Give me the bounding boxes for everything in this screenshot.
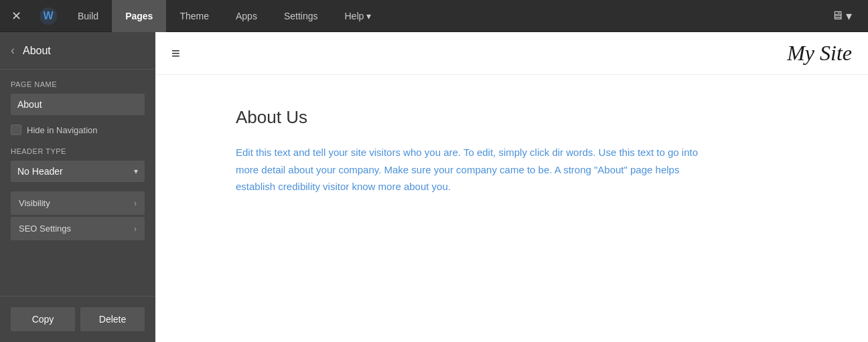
dropdown-arrow-icon: ▾ [134, 167, 138, 176]
header-type-dropdown[interactable]: No Header ▾ [11, 161, 145, 182]
sidebar-header: ‹ About [0, 32, 155, 70]
page-body-text: Edit this text and tell your site visito… [236, 144, 705, 195]
logo: W [32, 0, 64, 32]
device-icon: 🖥 [831, 9, 843, 23]
seo-arrow-icon: › [134, 224, 137, 234]
seo-settings-expand[interactable]: SEO Settings › [11, 217, 145, 241]
device-arrow: ▾ [846, 9, 852, 23]
logo-icon: W [39, 7, 58, 25]
visibility-arrow-icon: › [134, 199, 137, 208]
hamburger-icon[interactable]: ≡ [171, 45, 180, 62]
delete-button[interactable]: Delete [80, 307, 145, 331]
close-icon: ✕ [11, 9, 21, 23]
page-heading: About Us [236, 107, 788, 128]
copy-button[interactable]: Copy [11, 307, 75, 331]
page-name-input[interactable] [11, 94, 145, 115]
hide-nav-checkbox[interactable] [11, 124, 21, 135]
nav-item-help[interactable]: Help ▾ [331, 0, 384, 32]
nav-item-apps[interactable]: Apps [222, 0, 271, 32]
header-type-label: HEADER TYPE [11, 147, 145, 155]
nav-item-pages[interactable]: Pages [112, 0, 166, 32]
preview-content: About Us Edit this text and tell your si… [155, 75, 868, 342]
hide-nav-row: Hide in Navigation [11, 124, 145, 135]
nav-item-build[interactable]: Build [64, 0, 112, 32]
nav-item-theme[interactable]: Theme [166, 0, 222, 32]
sidebar-title: About [23, 45, 51, 57]
close-button[interactable]: ✕ [0, 0, 32, 32]
svg-text:W: W [43, 10, 54, 21]
sidebar-footer: Copy Delete [0, 296, 155, 342]
preview-header: ≡ My Site [155, 32, 868, 75]
seo-label: SEO Settings [19, 224, 71, 234]
site-title: My Site [787, 41, 852, 66]
visibility-label: Visibility [19, 198, 50, 208]
nav-items: Build Pages Theme Apps Settings Help ▾ [64, 0, 826, 31]
hide-nav-label: Hide in Navigation [27, 125, 98, 135]
sidebar-back-button[interactable]: ‹ [11, 44, 15, 58]
preview-area: ≡ My Site About Us Edit this text and te… [155, 32, 868, 342]
main-area: ‹ About PAGE NAME Hide in Navigation HEA… [0, 32, 868, 342]
nav-item-settings[interactable]: Settings [271, 0, 332, 32]
sidebar: ‹ About PAGE NAME Hide in Navigation HEA… [0, 32, 155, 342]
device-selector[interactable]: 🖥 ▾ [826, 6, 857, 26]
sidebar-body: PAGE NAME Hide in Navigation HEADER TYPE… [0, 70, 155, 296]
nav-right: 🖥 ▾ [826, 6, 868, 26]
page-name-label: PAGE NAME [11, 80, 145, 88]
header-type-value: No Header [17, 166, 63, 177]
top-nav: ✕ W Build Pages Theme Apps Settings Help… [0, 0, 868, 32]
visibility-expand[interactable]: Visibility › [11, 191, 145, 216]
